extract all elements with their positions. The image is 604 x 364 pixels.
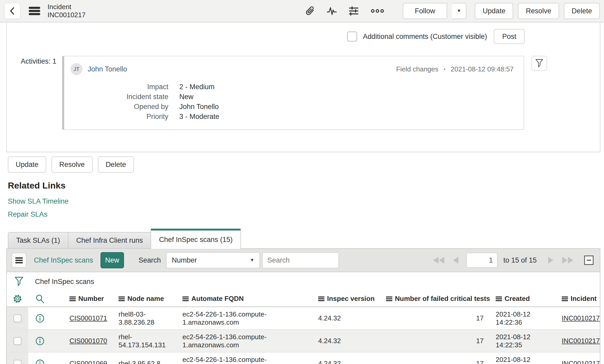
collapse-list-icon[interactable] [584,256,594,265]
back-button[interactable] [4,3,20,19]
list-breadcrumb-row: Chef InSpec scans [7,272,600,291]
show-sla-timeline-link[interactable]: Show SLA Timeline [8,197,604,206]
activity-meta: Field changes • 2021-08-12 09:48:57 [396,65,514,73]
field-change-row: Impact 2 - Medium [70,82,516,92]
activity-filter-button[interactable] [531,56,547,71]
column-header-node-name[interactable]: Node name [114,295,178,303]
attachment-icon[interactable] [303,3,318,19]
preview-record-button[interactable] [28,307,52,329]
cell-node-name: rhel8-03-3.88.236.28 [114,310,178,326]
page-title: Incident INC0010217 [48,3,86,19]
follow-button[interactable]: Follow [403,3,447,19]
incident-link[interactable]: INC0010217 [562,360,600,364]
cell-node-name: rhel-54.173.154.131 [114,333,178,349]
row-checkbox[interactable] [14,337,21,345]
activity-type: Field changes [396,65,439,73]
customer-visible-checkbox[interactable] [347,32,357,41]
personalize-columns-button[interactable] [7,291,28,306]
tab-chef-inspec-scans[interactable]: Chef InSpec scans (15) [151,229,241,249]
column-header-automate-fqdn[interactable]: Automate FQDN [178,295,314,303]
activities-count-label: Activities: 1 [7,56,56,130]
column-header-inspec-version[interactable]: Inspec version [314,295,382,303]
search-field-select[interactable]: Number ▼ [166,252,260,268]
list-toolbar: Chef InSpec scans New Search Number ▼ to… [7,249,600,272]
info-icon [35,337,44,345]
activity-timestamp: 2021-08-12 09:48:57 [451,65,514,73]
table-header-row: Number Node name Automate FQDN Inspec ve… [7,291,600,307]
field-label: Impact [70,82,168,92]
record-link[interactable]: CIS0001071 [69,314,107,322]
column-header-failed-critical-tests[interactable]: Number of failed critical tests [382,295,492,303]
field-changes-list: Impact 2 - Medium Incident state New Ope… [70,82,516,122]
new-record-button[interactable]: New [100,252,124,268]
resolve-button-bottom[interactable]: Resolve [51,156,93,173]
column-menu-icon [318,296,324,301]
follow-split-button: Follow ▼ [398,3,466,19]
field-label: Incident state [70,92,168,102]
filter-funnel-icon[interactable] [15,277,23,287]
record-type: Incident [48,3,86,11]
first-page-icon[interactable] [431,255,446,266]
record-link[interactable]: CIS0001070 [69,337,107,345]
form-action-buttons: Update Resolve Delete [8,156,604,173]
related-lists-tabs: Task SLAs (1) Chef Infra Client runs Che… [8,229,604,248]
next-page-icon[interactable] [546,255,555,266]
activity-stream-icon[interactable] [323,3,340,19]
cell-inspec-version: 4.24.32 [314,314,382,322]
incident-header: Incident INC0010217 Follow ▼ Update Reso… [0,0,604,22]
delete-button[interactable]: Delete [564,3,600,19]
field-change-row: Incident state New [70,92,516,102]
cell-node-name: rhel-3.95.62.8 [114,360,178,364]
update-button-bottom[interactable]: Update [8,156,46,173]
more-options-icon[interactable] [367,5,388,16]
follow-dropdown-button[interactable]: ▼ [452,3,466,19]
column-menu-icon [119,296,125,301]
hamburger-menu-icon[interactable] [28,6,41,16]
personalize-form-icon[interactable] [345,3,362,19]
row-select-cell [7,307,28,329]
activity-entry-card: JT John Tonello Field changes • 2021-08-… [62,56,524,130]
activity-section: Additional comments (Customer visible) P… [6,22,600,152]
resolve-button[interactable]: Resolve [518,3,559,19]
delete-button-bottom[interactable]: Delete [98,156,134,173]
record-number: INC0010217 [48,11,86,19]
cell-failed-critical-tests: 17 [382,314,492,322]
previous-page-icon[interactable] [451,255,460,266]
field-label: Opened by [70,102,168,112]
incident-link[interactable]: INC0010217 [562,337,600,345]
row-checkbox[interactable] [14,360,21,364]
funnel-icon [535,59,543,68]
chevron-down-icon: ▼ [457,8,461,14]
column-header-created[interactable]: Created [492,295,558,303]
list-title-link[interactable]: Chef InSpec scans [34,256,93,264]
current-page-input[interactable] [466,253,498,268]
table-row: CIS0001070 rhel-54.173.154.131 ec2-54-22… [7,330,600,353]
breadcrumb[interactable]: Chef InSpec scans [35,278,94,286]
search-icon [35,294,44,303]
repair-slas-link[interactable]: Repair SLAs [8,210,604,219]
row-select-cell [7,330,28,352]
preview-record-button[interactable] [28,353,52,364]
search-label: Search [139,256,161,264]
column-header-incident[interactable]: Incident [558,295,600,303]
chef-inspec-scans-list: Chef InSpec scans New Search Number ▼ to… [6,248,600,364]
preview-record-button[interactable] [28,330,52,352]
tab-task-slas[interactable]: Task SLAs (1) [8,232,68,248]
record-link[interactable]: CIS0001069 [69,360,107,364]
search-row-toggle-button[interactable] [28,291,52,306]
tab-chef-infra-client-runs[interactable]: Chef Infra Client runs [68,232,151,248]
activity-user-name[interactable]: John Tonello [88,65,127,73]
post-button[interactable]: Post [494,29,525,44]
list-context-menu-button[interactable] [11,253,27,268]
incident-link[interactable]: INC0010217 [562,314,600,322]
field-value: 2 - Medium [179,82,215,92]
row-checkbox[interactable] [14,314,21,322]
column-menu-icon [182,296,189,301]
cell-automate-fqdn: ec2-54-226-1-136.compute-1.amazonaws.com [178,333,314,349]
last-page-icon[interactable] [560,255,575,266]
chevron-down-icon: ▼ [250,258,254,263]
column-menu-icon [386,296,392,301]
list-search-input[interactable] [262,252,339,268]
column-header-number[interactable]: Number [52,295,114,303]
update-button[interactable]: Update [475,3,513,19]
